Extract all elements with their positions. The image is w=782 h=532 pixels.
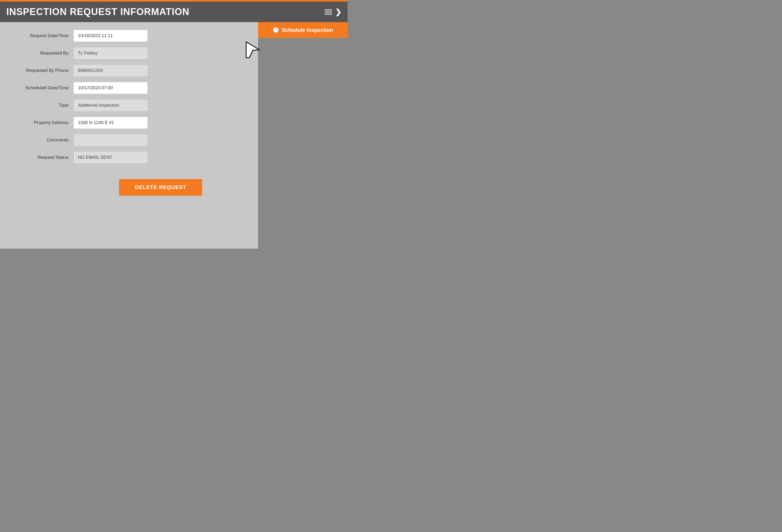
schedule-button-label: Schedule Inspection <box>282 27 333 33</box>
header: INSPECTION REQUEST INFORMATION ❯ <box>0 2 348 22</box>
form-row: Comments: <box>21 134 248 146</box>
chevron-right-icon[interactable]: ❯ <box>335 8 341 16</box>
input-comments[interactable] <box>74 134 147 146</box>
form-row: Scheduled Date/Time: <box>21 82 248 94</box>
cursor-arrow <box>244 37 267 61</box>
form-row: Request Status: <box>21 152 248 163</box>
hamburger-menu-icon[interactable] <box>325 9 332 14</box>
sidebar-right: 🕐 Schedule Inspection <box>258 22 348 249</box>
form-row: Requested By Phone: <box>21 65 248 76</box>
clock-icon: 🕐 <box>273 27 279 33</box>
delete-button-row: DELETE REQUEST <box>21 179 248 196</box>
input-requested-by-phone[interactable] <box>74 65 147 76</box>
form-row: Property Address: <box>21 117 248 129</box>
label-type: Type: <box>21 103 74 108</box>
label-request-datetime: Request Date/Time: <box>21 33 74 38</box>
svg-marker-0 <box>246 42 259 58</box>
input-scheduled-datetime[interactable] <box>74 82 147 94</box>
input-request-status[interactable] <box>74 152 147 163</box>
form-row: Type: <box>21 100 248 111</box>
content-area: Request Date/Time:Requested By:Requested… <box>0 22 348 249</box>
input-property-address[interactable] <box>74 117 147 129</box>
schedule-inspection-button[interactable]: 🕐 Schedule Inspection <box>258 22 348 38</box>
page-title: INSPECTION REQUEST INFORMATION <box>6 6 189 17</box>
delete-request-button[interactable]: DELETE REQUEST <box>119 179 202 196</box>
input-request-datetime[interactable] <box>74 30 147 42</box>
label-requested-by: Requested By: <box>21 50 74 56</box>
header-icons: ❯ <box>325 8 341 16</box>
label-comments: Comments: <box>21 138 74 143</box>
label-property-address: Property Address: <box>21 120 74 126</box>
label-requested-by-phone: Requested By Phone: <box>21 68 74 73</box>
label-scheduled-datetime: Scheduled Date/Time: <box>21 85 74 91</box>
input-requested-by[interactable] <box>74 47 147 59</box>
form-section: Request Date/Time:Requested By:Requested… <box>0 22 258 249</box>
input-type[interactable] <box>74 100 147 111</box>
form-row: Requested By: <box>21 47 248 59</box>
label-request-status: Request Status: <box>21 155 74 160</box>
form-row: Request Date/Time: <box>21 30 248 42</box>
